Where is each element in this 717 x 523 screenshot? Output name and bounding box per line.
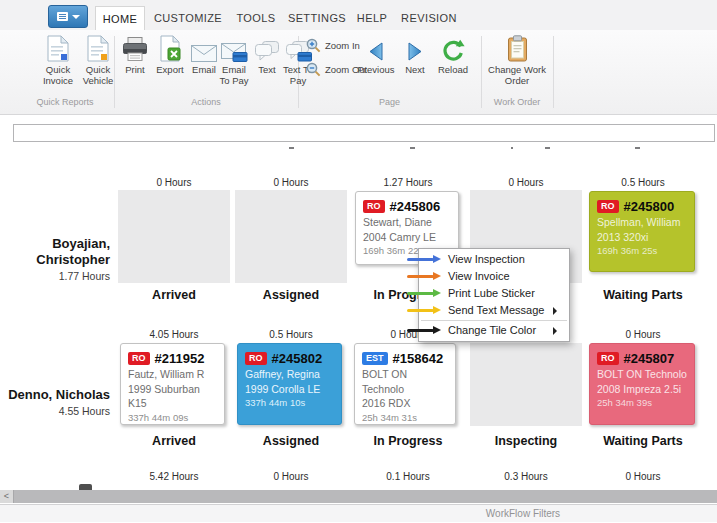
arrow-right-icon — [400, 34, 430, 62]
button-label: Zoom In — [325, 40, 360, 51]
arrow-right-icon — [407, 289, 443, 298]
menu-item-view-inspection[interactable]: View Inspection — [419, 251, 569, 268]
cell-hours: 0.5 Hours — [235, 329, 347, 340]
chat-bubbles-icon — [254, 34, 280, 62]
chevron-down-icon — [72, 15, 80, 19]
button-label: Reload — [434, 64, 472, 75]
cell-hours: 0 Hours — [587, 471, 699, 482]
button-label: Email To Pay — [216, 64, 252, 86]
menu-item-label: Print Lube Sticker — [448, 287, 535, 299]
work-order-tile[interactable]: RO#245800 Spellman, William 2013 320xi 1… — [589, 191, 695, 272]
cell-hours: 0 Hours — [235, 471, 347, 482]
tab-help[interactable]: HELP — [352, 6, 392, 30]
tab-revision[interactable]: REVISION — [396, 6, 462, 30]
tab-home[interactable]: HOME — [95, 6, 145, 31]
column-label-assigned: Assigned — [235, 434, 347, 448]
quick-invoice-button[interactable]: Quick Invoice — [38, 34, 78, 86]
button-label: Text — [254, 64, 280, 75]
column-label-waiting-parts: Waiting Parts — [587, 434, 699, 448]
tile-vehicle: 1999 Suburban K15 — [128, 382, 217, 411]
menu-separator — [421, 320, 567, 321]
filter-bar[interactable] — [13, 124, 715, 142]
text-button[interactable]: Text — [254, 34, 280, 75]
cell-hours: 0.1 Hours — [352, 471, 464, 482]
change-work-order-button[interactable]: Change Work Order — [487, 34, 547, 86]
tile-number: #211952 — [155, 351, 205, 366]
tile-vehicle: 1999 Corolla LE — [245, 382, 334, 397]
column-dash — [289, 147, 294, 149]
work-order-tile[interactable]: EST#158642 BOLT ON Technolo 2016 RDX 25h… — [354, 343, 456, 425]
quick-vehicle-button[interactable]: Quick Vehicle — [78, 34, 118, 86]
technician-name: Christopher — [0, 252, 110, 268]
technician-block: Boyajian, Christopher 1.77 Hours — [0, 236, 110, 282]
reload-button[interactable]: Reload — [434, 34, 472, 75]
tile-number: #158642 — [393, 351, 444, 366]
ro-badge: RO — [245, 352, 267, 365]
app-menu-button[interactable] — [48, 5, 88, 28]
refresh-icon — [434, 34, 472, 62]
group-label-work-order: Work Order — [481, 97, 553, 111]
tab-tools[interactable]: TOOLS — [231, 6, 281, 30]
cell-hours: 0 Hours — [470, 177, 582, 188]
tab-settings[interactable]: SETTINGS — [285, 6, 349, 30]
board-cell-arrived[interactable] — [118, 190, 230, 283]
board-cell-inspecting[interactable] — [470, 343, 582, 426]
board-cell-assigned[interactable] — [235, 190, 347, 283]
column-dash — [545, 147, 550, 149]
tile-timer: 25h 34m 31s — [362, 411, 448, 425]
magnifier-plus-icon — [306, 38, 321, 53]
tile-timer: 337h 44m 10s — [245, 396, 334, 410]
document-export-icon — [152, 34, 188, 62]
export-button[interactable]: Export — [152, 34, 188, 75]
column-label-assigned: Assigned — [235, 288, 347, 302]
tile-customer: Stewart, Diane — [363, 215, 451, 230]
group-label-page: Page — [298, 97, 481, 111]
cell-hours: 0 Hours — [235, 177, 347, 188]
ro-badge: RO — [128, 352, 150, 365]
tile-number: #245802 — [272, 351, 323, 366]
column-dash — [635, 147, 640, 149]
column-label-inspecting: Inspecting — [470, 434, 582, 448]
previous-button[interactable]: Previous — [356, 34, 396, 75]
button-label: Change Work Order — [487, 64, 547, 86]
menu-item-print-lube-sticker[interactable]: Print Lube Sticker — [419, 285, 569, 302]
zoom-in-button[interactable]: Zoom In — [306, 38, 360, 53]
arrow-left-icon — [356, 34, 396, 62]
menu-item-label: View Invoice — [448, 270, 510, 282]
arrow-right-icon — [407, 272, 443, 281]
button-label: Quick Invoice — [38, 64, 78, 86]
email-to-pay-button[interactable]: Email To Pay — [216, 34, 252, 86]
work-order-tile[interactable]: RO#245807 BOLT ON Technolo 2008 Impreza … — [589, 343, 695, 425]
arrow-right-icon — [407, 306, 443, 315]
next-button[interactable]: Next — [400, 34, 430, 75]
horizontal-scrollbar[interactable]: < — [0, 490, 717, 503]
tile-timer: 337h 44m 09s — [128, 411, 217, 425]
scroll-left-icon[interactable]: < — [0, 490, 13, 503]
column-dash — [410, 147, 415, 149]
tile-customer: BOLT ON Technolo — [362, 367, 448, 396]
submenu-caret-icon — [553, 307, 557, 315]
menu-item-view-invoice[interactable]: View Invoice — [419, 268, 569, 285]
tile-timer: 25h 34m 39s — [597, 396, 687, 410]
workflow-filters-bar[interactable]: WorkFlow Filters — [0, 504, 717, 522]
scrollbar-thumb[interactable] — [13, 490, 717, 503]
ribbon: Quick Invoice Quick Vehicle Print Export — [0, 30, 717, 115]
magnifier-minus-icon — [306, 62, 321, 77]
work-order-tile[interactable]: RO#211952 Fautz, William R 1999 Suburban… — [120, 343, 225, 425]
menu-item-change-tile-color[interactable]: Change Tile Color — [419, 322, 569, 339]
cell-hours: 0.3 Hours — [470, 471, 582, 482]
arrow-right-icon — [407, 326, 443, 335]
clipboard-icon — [487, 34, 547, 62]
tab-customize[interactable]: CUSTOMIZE — [148, 6, 228, 30]
document-blue-icon — [38, 34, 78, 62]
work-order-tile[interactable]: RO#245802 Gaffney, Regina 1999 Corolla L… — [237, 343, 342, 425]
app-window: HOME CUSTOMIZE TOOLS SETTINGS HELP REVIS… — [0, 0, 717, 523]
group-label-quick-reports: Quick Reports — [20, 97, 110, 111]
tile-timer: 169h 36m 25s — [597, 244, 687, 258]
menu-item-label: View Inspection — [448, 253, 525, 265]
column-label-in-progress: In Progress — [352, 434, 464, 448]
menu-item-send-text-message[interactable]: Send Text Message — [419, 302, 569, 319]
column-label-waiting-parts: Waiting Parts — [587, 288, 699, 302]
cell-hours: 1.27 Hours — [352, 177, 464, 188]
print-button[interactable]: Print — [119, 34, 151, 75]
